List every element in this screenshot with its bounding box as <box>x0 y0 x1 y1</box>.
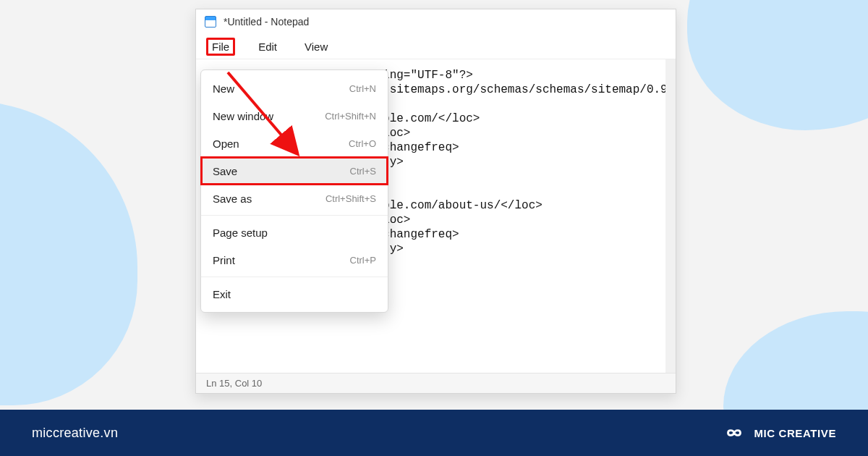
infinity-logo-icon <box>722 424 746 442</box>
file-menu-exit[interactable]: Exit <box>201 280 388 308</box>
file-menu-print[interactable]: PrintCtrl+P <box>201 246 388 274</box>
notepad-icon <box>205 16 216 28</box>
menu-view[interactable]: View <box>300 38 332 55</box>
file-menu-new[interactable]: NewCtrl+N <box>201 75 388 102</box>
menu-item-shortcut: Ctrl+Shift+N <box>325 111 376 122</box>
menu-item-shortcut: Ctrl+O <box>349 138 376 149</box>
menu-item-shortcut: Ctrl+P <box>350 255 376 266</box>
menu-item-shortcut: Ctrl+N <box>349 83 376 94</box>
decorative-blob <box>0 101 137 405</box>
file-dropdown: NewCtrl+NNew windowCtrl+Shift+NOpenCtrl+… <box>200 69 388 313</box>
decorative-blob <box>687 0 868 130</box>
menu-item-label: New window <box>213 110 273 122</box>
file-menu-page-setup[interactable]: Page setup <box>201 219 388 246</box>
brand-text: MIC CREATIVE <box>754 427 836 439</box>
menu-separator <box>201 215 388 216</box>
menu-separator <box>201 276 388 277</box>
footer-banner: miccreative.vn MIC CREATIVE <box>0 410 868 456</box>
file-menu-save-as[interactable]: Save asCtrl+Shift+S <box>201 185 388 212</box>
menu-item-label: Save <box>213 165 237 177</box>
menu-item-label: New <box>213 83 234 95</box>
menu-item-label: Exit <box>213 288 231 300</box>
brand: MIC CREATIVE <box>722 424 836 442</box>
cursor-position: Ln 15, Col 10 <box>206 378 262 389</box>
vertical-scrollbar[interactable] <box>665 59 676 373</box>
menu-item-label: Open <box>213 138 239 150</box>
stage: *Untitled - Notepad File Edit View <?xml… <box>0 0 868 456</box>
menu-item-shortcut: Ctrl+S <box>350 166 376 177</box>
menu-item-label: Print <box>213 254 235 266</box>
site-url: miccreative.vn <box>32 426 118 441</box>
notepad-window: *Untitled - Notepad File Edit View <?xml… <box>195 9 676 394</box>
editor-area: <?xml version="1.0" encoding="UTF-8"?> <… <box>196 59 676 373</box>
file-menu-open[interactable]: OpenCtrl+O <box>201 130 388 157</box>
menu-item-shortcut: Ctrl+Shift+S <box>326 193 376 204</box>
titlebar: *Untitled - Notepad <box>196 9 676 34</box>
menubar: File Edit View <box>196 34 676 59</box>
menu-item-label: Save as <box>213 193 252 205</box>
menu-edit[interactable]: Edit <box>254 38 281 55</box>
statusbar: Ln 15, Col 10 <box>196 373 676 393</box>
file-menu-new-window[interactable]: New windowCtrl+Shift+N <box>201 102 388 130</box>
menu-item-label: Page setup <box>213 227 268 239</box>
menu-file[interactable]: File <box>206 38 235 56</box>
file-menu-save[interactable]: SaveCtrl+S <box>201 157 388 185</box>
window-title: *Untitled - Notepad <box>224 16 309 28</box>
